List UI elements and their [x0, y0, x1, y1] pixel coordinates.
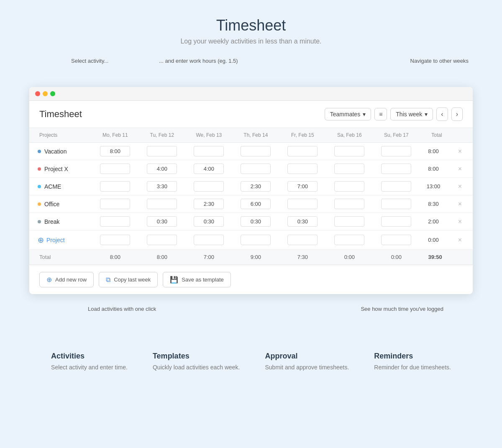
total-grand: 39:50 — [420, 250, 447, 265]
table-row: Vacation 8:00 × — [29, 143, 473, 160]
new-row-sat — [326, 230, 373, 250]
save-as-template-button[interactable]: 💾 Save as template — [163, 272, 231, 287]
save-as-template-label: Save as template — [182, 276, 223, 283]
input-1-mon[interactable] — [100, 164, 130, 174]
new-row-wed-input[interactable] — [194, 235, 224, 245]
input-3-tue[interactable] — [147, 199, 177, 209]
input-1-fri[interactable] — [287, 164, 318, 174]
input-1-thu[interactable] — [241, 164, 271, 174]
remove-row-1-button[interactable]: × — [456, 164, 464, 174]
this-week-label: This week — [396, 111, 422, 118]
cell-1-sat — [326, 160, 373, 178]
next-week-button[interactable]: › — [451, 108, 463, 121]
new-row-sun-input[interactable] — [381, 235, 411, 245]
cell-2-sun — [373, 178, 420, 195]
copy-last-week-button[interactable]: ⧉ Copy last week — [99, 272, 158, 287]
table-row: ACME 13:00 × — [29, 178, 473, 195]
this-week-dropdown[interactable]: This week ▾ — [390, 108, 433, 120]
input-0-sat[interactable] — [334, 146, 364, 156]
input-2-thu[interactable] — [241, 181, 271, 192]
feature-item-3: Reminders Reminder for due timesheets. — [374, 352, 451, 371]
input-4-sun[interactable] — [381, 216, 411, 227]
prev-week-button[interactable]: ‹ — [436, 108, 448, 121]
project-name-4: Break — [44, 218, 60, 225]
new-row-remove: × — [447, 230, 473, 250]
project-cell-0: Vacation — [29, 143, 92, 160]
cell-2-mon — [92, 178, 138, 195]
new-row-sat-input[interactable] — [334, 235, 364, 245]
total-sun: 0:00 — [373, 250, 420, 265]
annotation-load-activities: Load activities with one click — [88, 306, 156, 312]
new-row-mon-input[interactable] — [100, 235, 130, 245]
input-0-wed[interactable] — [194, 146, 224, 156]
minimize-dot — [43, 91, 48, 96]
feature-title-1: Templates — [153, 352, 240, 361]
add-new-row-button[interactable]: ⊕ Add new row — [39, 272, 94, 287]
input-2-tue[interactable] — [147, 181, 177, 192]
remove-row-2-button[interactable]: × — [456, 182, 464, 191]
add-new-row-label: Add new row — [55, 276, 87, 283]
feature-item-2: Approval Submit and approve timesheets. — [265, 352, 349, 371]
input-4-thu[interactable] — [241, 216, 271, 227]
col-header-sat: Sa, Feb 16 — [326, 128, 373, 143]
input-3-fri[interactable] — [287, 199, 318, 209]
remove-row-3-button[interactable]: × — [456, 200, 464, 209]
week-chevron-icon: ▾ — [425, 111, 428, 118]
input-4-sat[interactable] — [334, 216, 364, 227]
input-2-fri[interactable] — [287, 181, 318, 192]
new-row-fri-input[interactable] — [287, 235, 318, 245]
copy-last-week-label: Copy last week — [114, 276, 151, 283]
input-2-wed[interactable] — [194, 181, 224, 192]
input-2-mon[interactable] — [100, 181, 130, 192]
project-cell-4: Break — [29, 213, 92, 230]
input-1-sun[interactable] — [381, 164, 411, 174]
cell-3-thu — [232, 195, 279, 213]
feature-item-1: Templates Quickly load activities each w… — [153, 352, 240, 371]
input-3-thu[interactable] — [241, 199, 271, 209]
input-2-sun[interactable] — [381, 181, 411, 192]
project-name-2: ACME — [44, 183, 61, 190]
input-1-sat[interactable] — [334, 164, 364, 174]
row-total-1: 8:00 — [420, 160, 447, 178]
new-row-thu-input[interactable] — [241, 235, 271, 245]
project-name-0: Vacation — [44, 148, 67, 155]
input-0-tue[interactable] — [147, 146, 177, 156]
cell-0-sun — [373, 143, 420, 160]
cell-4-thu — [232, 213, 279, 230]
new-row-tue-input[interactable] — [147, 235, 177, 245]
teammates-dropdown[interactable]: Teammates ▾ — [325, 108, 371, 120]
total-thu: 9:00 — [232, 250, 279, 265]
remove-row-4-button[interactable]: × — [456, 217, 464, 226]
input-3-sat[interactable] — [334, 199, 364, 209]
remove-row-0-button[interactable]: × — [456, 147, 464, 156]
cell-2-wed — [185, 178, 232, 195]
save-as-template-icon: 💾 — [170, 276, 178, 284]
col-header-total: Total — [420, 128, 447, 143]
input-3-sun[interactable] — [381, 199, 411, 209]
input-0-mon[interactable] — [100, 146, 130, 156]
new-row-remove-button[interactable]: × — [456, 236, 464, 245]
total-sat: 0:00 — [326, 250, 373, 265]
add-project-button[interactable]: ⊕ Project — [38, 236, 65, 245]
input-4-tue[interactable] — [147, 216, 177, 227]
list-view-button[interactable]: ≡ — [374, 108, 387, 120]
new-row-fri — [279, 230, 326, 250]
input-0-thu[interactable] — [241, 146, 271, 156]
input-0-fri[interactable] — [287, 146, 318, 156]
feature-title-3: Reminders — [374, 352, 451, 361]
add-project-row: ⊕ Project 0:00 × — [29, 230, 473, 250]
input-4-fri[interactable] — [287, 216, 318, 227]
project-name-1: Project X — [44, 166, 68, 172]
input-0-sun[interactable] — [381, 146, 411, 156]
input-3-wed[interactable] — [194, 199, 224, 209]
input-4-wed[interactable] — [194, 216, 224, 227]
project-dot-1 — [38, 167, 41, 171]
input-1-wed[interactable] — [194, 164, 224, 174]
input-1-tue[interactable] — [147, 164, 177, 174]
copy-last-week-icon: ⧉ — [106, 276, 110, 284]
input-2-sat[interactable] — [334, 181, 364, 192]
total-label-cell: Total — [29, 250, 92, 265]
total-wed: 7:00 — [185, 250, 232, 265]
input-4-mon[interactable] — [100, 216, 130, 227]
input-3-mon[interactable] — [100, 199, 130, 209]
